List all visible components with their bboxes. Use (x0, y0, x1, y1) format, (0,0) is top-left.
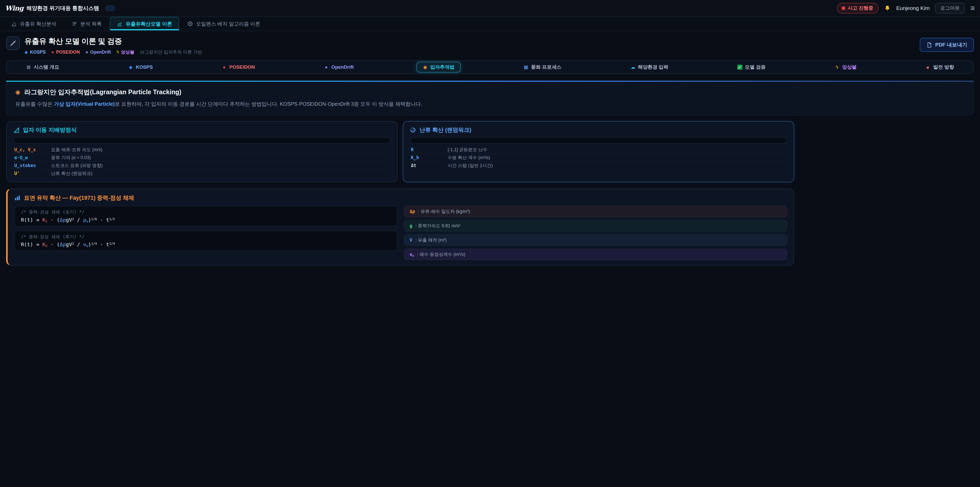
fay-parameter-list: Δρ : 유류-해수 밀도차 (kg/m³) g : 중력가속도 9.81 m/… (404, 206, 787, 260)
legend-term: R (411, 147, 442, 152)
list-icon (72, 21, 77, 27)
section-tab[interactable]: ⊞ 시스템 개요 (20, 62, 65, 72)
section-tab-label: 입자추적법 (430, 64, 455, 70)
section-tab-icon: ▦ (523, 65, 528, 70)
nav-item[interactable] (161, 5, 172, 11)
incident-status-badge[interactable]: 사고 진행중 (837, 3, 878, 14)
menu-hamburger-icon[interactable]: ≡ (970, 4, 975, 12)
lagrangian-intro-panel: ◉ 라그랑지안 입자추적법(Lagrangian Particle Tracki… (6, 82, 974, 115)
legend-row: U_c, V_c 표층 해류·조류 속도 (m/s) (13, 146, 390, 153)
tab-analysis-list[interactable]: 분석 목록 (65, 17, 109, 30)
legend-row: U_stokes 스토크스 표류 (파랑 영향) (13, 161, 390, 169)
brand[interactable]: Wing 해양환경 위기대응 통합시스템 (5, 4, 99, 12)
nav-item[interactable] (150, 5, 160, 11)
page-header-titles: 유출유 확산 모델 이론 및 검증 ◆ KOSPS ● POSEIDON ● O… (24, 36, 202, 55)
legend-term: U_c, V_c (14, 147, 45, 152)
model-badges: ◆ KOSPS ● POSEIDON ● OpenDrift ϟ 앙상블 라그랑… (24, 49, 202, 55)
section-tab[interactable]: ☁ 해양환경 입력 (624, 62, 675, 72)
notifications-bell-icon[interactable] (884, 5, 891, 11)
section-tab[interactable]: ◉ 입자추적법 (417, 62, 461, 72)
top-navigation-bar: Wing 해양환경 위기대응 통합시스템 사고 진행중 Eunjeong Kim… (0, 0, 980, 17)
governing-variable-legend: U_c, V_c 표층 해류·조류 속도 (m/s) α·U_w 풍류 기여 (… (13, 146, 390, 177)
section-tab-label: POSEIDON (229, 64, 255, 70)
tab-label: 유출유확산모델 이론 (126, 21, 172, 27)
page-title: 유출유 확산 모델 이론 및 검증 (24, 36, 202, 46)
brand-title: 해양환경 위기대응 통합시스템 (27, 5, 99, 12)
legend-row: K_h 수평 확산 계수 (m²/s) (410, 153, 787, 161)
section-tab-icon: ⊞ (26, 65, 31, 70)
parameter-pill: V : 유출 체적 (m³) (404, 235, 787, 246)
logout-button[interactable]: 로그아웃 (935, 3, 965, 14)
swirl-icon (410, 127, 416, 133)
nav-item[interactable] (139, 5, 149, 11)
fay-grid: /* 중력-관성 체제 (초기) */ R(t) = K1 · (ΔρgV2 /… (14, 206, 787, 260)
formula-block: /* 중력-점성 체제 (후기) */ R(t) = K2 · (ΔρgV2 /… (14, 231, 397, 251)
section-tab-label: 해양환경 입력 (638, 64, 668, 70)
section-tab[interactable]: ● OpenDrift (318, 62, 360, 72)
parameter-desc: : 중력가속도 9.81 m/s² (415, 223, 460, 229)
nav-item[interactable] (127, 5, 138, 11)
parameter-term: g (410, 223, 412, 228)
legend-term: K_h (411, 155, 442, 160)
description-post: 로 표현하여, 각 입자의 이동 경로를 시간 단계마다 추적하는 방법입니다.… (115, 101, 422, 107)
bar-chart-icon (14, 195, 21, 201)
section-tab-icon: ● (324, 65, 329, 70)
nav-item[interactable] (184, 5, 194, 11)
lagrangian-description: 유출유를 수많은 가상 입자(Virtual Particle)로 표현하여, … (15, 101, 965, 108)
lagrangian-section: ◉ 라그랑지안 입자추적법(Lagrangian Particle Tracki… (6, 81, 974, 115)
user-name: Eunjeong Kim (896, 5, 930, 11)
section-tab[interactable]: ◆ KOSPS (122, 62, 159, 72)
parameter-pill: Δρ : 유류-해수 밀도차 (kg/m³) (404, 206, 787, 217)
tab-oil-fence-algorithm-theory[interactable]: 오일펜스 배치 알고리즘 이론 (180, 17, 267, 30)
page-subtitle: 라그랑지안 입자추적 이론 기반 (140, 49, 202, 55)
formula: R(t) = K2 · (ΔρgV2 / νw)1/4 · t1/4 (21, 241, 391, 247)
model-badge-label: POSEIDON (56, 49, 80, 55)
wing-logo: Wing (5, 4, 24, 12)
legend-row: Δt 시간 스텝 (일반 1시간) (410, 161, 787, 169)
legend-row: R [-1,1] 균등분포 난수 (410, 146, 787, 153)
formula-comment: /* 중력-관성 체제 (초기) */ (21, 209, 391, 214)
formula-block: /* 중력-관성 체제 (초기) */ R(t) = K1 · (ΔρgV2 /… (14, 206, 397, 226)
tab-spill-diffusion-analysis[interactable]: 유출유 확산분석 (4, 17, 64, 30)
section-tab[interactable]: ϟ 앙상블 (829, 62, 863, 72)
document-icon (926, 42, 932, 48)
legend-desc: 수평 확산 계수 (m²/s) (448, 155, 490, 160)
nav-item[interactable] (116, 5, 127, 11)
particle-dot-icon: ◉ (15, 89, 20, 96)
fay-card-title: 표면 유막 확산 — Fay(1971) 중력-점성 체제 (14, 194, 787, 202)
section-tab-icon: ◆ (128, 65, 133, 70)
fay-card-title-text: 표면 유막 확산 — Fay(1971) 중력-점성 체제 (24, 194, 134, 202)
nav-item[interactable] (105, 5, 115, 11)
section-tab[interactable]: ▦ 풍화 프로세스 (517, 62, 568, 72)
content-cards: 입자 이동 지배방정식 U_c, V_c 표층 해류·조류 속도 (m/s) α… (6, 121, 794, 266)
model-badge-label: OpenDrift (90, 49, 111, 55)
tab-diffusion-model-theory[interactable]: 유출유확산모델 이론 (110, 17, 179, 30)
page-header: 유출유 확산 모델 이론 및 검증 ◆ KOSPS ● POSEIDON ● O… (0, 31, 980, 60)
legend-term: Δt (411, 163, 442, 168)
trend-chart-icon (117, 21, 123, 27)
parameter-desc: : 유류-해수 밀도차 (kg/m³) (418, 208, 470, 214)
section-tab-label: 앙상블 (842, 64, 857, 70)
section-tab-icon: ● (221, 65, 227, 70)
section-tab[interactable]: ● POSEIDON (215, 62, 261, 72)
turbulent-diffusion-card: 난류 확산 (랜덤워크) R [-1,1] 균등분포 난수 K_h 수평 확산 … (403, 121, 794, 182)
legend-desc: 스토크스 표류 (파랑 영향) (51, 163, 103, 168)
topnav-right-cluster: 사고 진행중 Eunjeong Kim 로그아웃 ≡ (837, 3, 975, 14)
section-tab[interactable]: ▲ 발전 방향 (920, 62, 960, 72)
tab-label: 오일펜스 배치 알고리즘 이론 (196, 21, 260, 27)
section-tab[interactable]: ✓ 모델 검증 (731, 62, 772, 72)
legend-term: α·U_w (14, 155, 45, 160)
model-badge: ● OpenDrift (86, 49, 111, 55)
model-badge-icon: ● (86, 49, 88, 55)
nav-item[interactable] (172, 5, 183, 11)
section-tab-label: OpenDrift (331, 64, 354, 70)
model-badge-icon: ● (51, 49, 54, 55)
model-badge: ϟ 앙상블 (116, 49, 134, 55)
pdf-export-button[interactable]: PDF 내보내기 (920, 38, 974, 52)
equation-cards-grid: 입자 이동 지배방정식 U_c, V_c 표층 해류·조류 속도 (m/s) α… (6, 121, 794, 182)
section-tab-icon: ✓ (737, 65, 742, 70)
section-tab-label: 시스템 개요 (34, 64, 59, 70)
model-badge-label: 앙상블 (121, 49, 135, 55)
section-tab-icon: ▲ (924, 64, 932, 71)
turbulence-variable-legend: R [-1,1] 균등분포 난수 K_h 수평 확산 계수 (m²/s) Δt … (410, 146, 787, 169)
